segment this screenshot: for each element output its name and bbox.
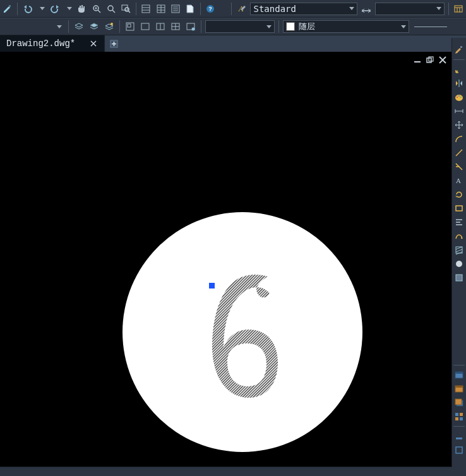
svg-point-45	[457, 97, 458, 98]
svg-rect-0	[9, 5, 11, 7]
svg-rect-60	[455, 399, 462, 405]
help-icon[interactable]: ?	[204, 2, 217, 16]
svg-rect-51	[456, 206, 462, 211]
redo-button[interactable]	[48, 2, 61, 16]
tile-icon[interactable]	[452, 410, 466, 424]
paint-brush-icon[interactable]	[452, 43, 466, 57]
window2-icon[interactable]	[452, 382, 466, 396]
toolbar-separator	[231, 3, 232, 15]
table-grid-icon[interactable]	[154, 2, 167, 16]
svg-rect-8	[142, 5, 150, 13]
text-style-value: Standard	[253, 4, 296, 14]
sheet-icon[interactable]	[183, 2, 196, 16]
redo-history-dropdown[interactable]	[63, 3, 73, 15]
circle-object[interactable]	[122, 212, 362, 452]
svg-text:A: A	[456, 177, 461, 184]
toolbar-separator	[136, 3, 136, 15]
toolbar-separator	[201, 20, 201, 33]
viewport-b-icon[interactable]	[138, 20, 152, 33]
selection-grip[interactable]	[209, 283, 215, 289]
svg-rect-29	[141, 23, 149, 30]
zoom-tool-icon[interactable]	[104, 2, 117, 16]
dim-style-dropdown[interactable]	[375, 3, 445, 15]
linetype-dropdown[interactable]: 随层	[283, 20, 409, 33]
undo-button[interactable]	[21, 2, 34, 16]
restore-all-icon[interactable]	[452, 443, 466, 457]
viewport-e-icon[interactable]	[184, 20, 198, 33]
viewport-d-icon[interactable]	[169, 20, 182, 33]
move-icon[interactable]	[452, 118, 466, 132]
status-bar	[0, 467, 452, 476]
svg-point-36	[192, 28, 195, 31]
layer-next-icon[interactable]	[102, 20, 116, 33]
svg-rect-22	[455, 6, 462, 12]
align-icon[interactable]	[452, 215, 466, 229]
circle-fill-icon[interactable]	[452, 257, 466, 271]
wcs-icon[interactable]	[452, 62, 466, 76]
color-dropdown[interactable]	[205, 20, 275, 33]
svg-rect-62	[460, 413, 463, 416]
drawing-area[interactable]	[0, 52, 452, 467]
document-tabs: Drawing2.dwg*	[0, 35, 466, 52]
layer-current-icon[interactable]	[87, 20, 101, 33]
rotate-cw-icon[interactable]	[452, 187, 466, 201]
dimension-style-icon[interactable]	[359, 2, 373, 16]
svg-rect-56	[455, 372, 463, 374]
dim-icon[interactable]	[452, 104, 466, 118]
window1-icon[interactable]	[452, 368, 466, 382]
text-style-dropdown[interactable]: Standard	[250, 3, 357, 15]
layer-dropdown-small[interactable]	[1, 20, 64, 33]
main-toolbar-row-2: 随层	[0, 18, 466, 35]
svg-line-2	[98, 10, 100, 13]
text-style-icon[interactable]: A	[235, 2, 248, 16]
svg-rect-61	[455, 413, 458, 416]
linetype-label: 随层	[299, 21, 315, 32]
model-space-canvas[interactable]	[0, 52, 452, 467]
app-paint-icon[interactable]	[1, 2, 14, 16]
pan-icon[interactable]	[75, 2, 88, 16]
svg-point-47	[460, 97, 462, 98]
layer-prev-icon[interactable]	[72, 20, 86, 33]
minimize-all-icon[interactable]	[452, 429, 466, 443]
color-swatch-icon	[286, 22, 295, 31]
zoom-window-icon[interactable]	[119, 2, 133, 16]
tab-add-button[interactable]	[105, 35, 124, 52]
svg-rect-28	[128, 24, 131, 27]
window3-icon[interactable]	[452, 396, 466, 410]
viewport-a-icon[interactable]	[123, 20, 137, 33]
annotate-icon[interactable]: A	[452, 174, 466, 187]
svg-rect-54	[456, 275, 462, 281]
tab-close-icon[interactable]	[89, 39, 98, 48]
right-toolbar: A	[451, 38, 466, 476]
viewport-c-icon[interactable]	[153, 20, 167, 33]
list-icon[interactable]	[169, 2, 182, 16]
mirror-icon[interactable]	[452, 76, 466, 90]
line-icon[interactable]	[452, 146, 466, 160]
toolbar-separator	[448, 3, 449, 15]
table-style-icon[interactable]	[452, 2, 465, 16]
tab-drawing2[interactable]: Drawing2.dwg*	[0, 35, 105, 52]
path-icon[interactable]	[452, 229, 466, 243]
palette-icon[interactable]	[452, 90, 466, 104]
svg-line-4	[112, 10, 115, 13]
toolbar-separator	[68, 20, 69, 33]
svg-rect-58	[455, 386, 463, 388]
svg-line-7	[128, 11, 130, 13]
svg-rect-66	[456, 447, 462, 453]
arc-icon[interactable]	[452, 132, 466, 146]
svg-rect-63	[455, 417, 458, 420]
svg-rect-43	[460, 46, 462, 48]
block-icon[interactable]	[452, 271, 466, 285]
svg-text:?: ?	[209, 6, 213, 12]
svg-point-46	[458, 95, 460, 97]
undo-history-dropdown[interactable]	[36, 3, 46, 15]
tab-title: Drawing2.dwg*	[6, 39, 75, 49]
main-toolbar-row-1: ? A Standard	[0, 0, 466, 18]
trim-tool-icon[interactable]	[452, 160, 466, 174]
table-single-icon[interactable]	[140, 2, 153, 16]
svg-rect-65	[456, 437, 462, 439]
zoom-extents-icon[interactable]	[90, 2, 103, 16]
hatch-icon[interactable]	[452, 243, 466, 257]
svg-point-53	[456, 261, 462, 267]
rect-icon[interactable]	[452, 201, 466, 215]
